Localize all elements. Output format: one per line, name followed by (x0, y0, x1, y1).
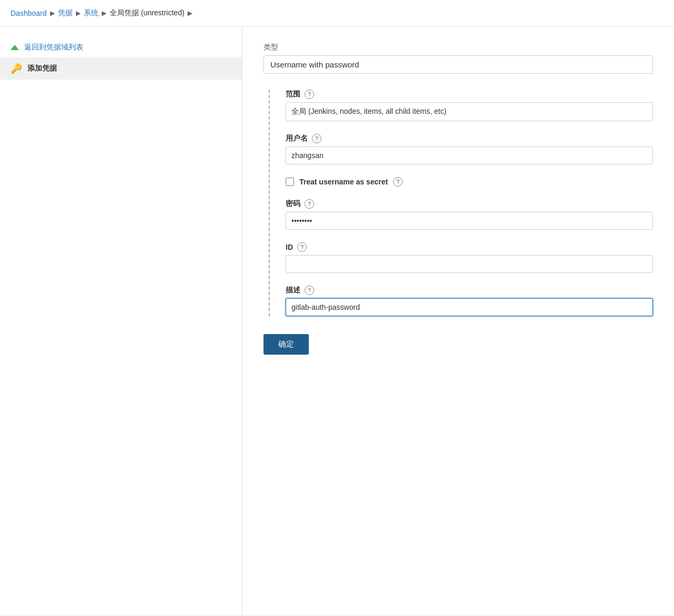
id-help-icon[interactable]: ? (297, 242, 307, 252)
username-label-row: 用户名 ? (286, 134, 653, 143)
breadcrumb-dashboard[interactable]: Dashboard (11, 9, 47, 17)
form-section: 范围 ? 全局 (Jenkins, nodes, items, all chil… (269, 90, 653, 316)
scope-value: 全局 (Jenkins, nodes, items, all child ite… (286, 102, 653, 121)
back-arrow-icon (11, 45, 19, 50)
breadcrumb-global: 全局凭据 (unrestricted) (110, 8, 184, 18)
type-select[interactable]: Username with password (263, 55, 653, 74)
description-label: 描述 (286, 286, 300, 295)
username-field-group: 用户名 ? (286, 134, 653, 164)
scope-label-row: 范围 ? (286, 90, 653, 99)
scope-field-group: 范围 ? 全局 (Jenkins, nodes, items, all chil… (286, 90, 653, 121)
id-label: ID (286, 243, 293, 251)
breadcrumb-sep-3: ▶ (102, 9, 106, 17)
type-field-group: 类型 Username with password (263, 43, 653, 74)
password-label-row: 密码 ? (286, 199, 653, 209)
username-input[interactable] (286, 146, 653, 164)
description-help-icon[interactable]: ? (305, 286, 314, 295)
scope-label: 范围 (286, 90, 300, 99)
key-icon: 🔑 (11, 63, 22, 74)
username-label: 用户名 (286, 134, 308, 143)
submit-button[interactable]: 确定 (263, 334, 309, 355)
sidebar-back[interactable]: 返回到凭据域列表 (0, 37, 242, 57)
treat-secret-help-icon[interactable]: ? (393, 177, 403, 187)
scope-help-icon[interactable]: ? (305, 90, 314, 99)
username-help-icon[interactable]: ? (312, 134, 321, 143)
breadcrumb-credentials[interactable]: 凭据 (58, 8, 73, 18)
password-field-group: 密码 ? (286, 199, 653, 230)
sidebar-add-label: 添加凭据 (27, 64, 57, 73)
main-content: 类型 Username with password 范围 ? 全局 (Jenki… (242, 27, 674, 615)
main-layout: 返回到凭据域列表 🔑 添加凭据 类型 Username with passwor… (0, 27, 674, 615)
breadcrumb-system[interactable]: 系统 (84, 8, 99, 18)
sidebar-add-credential[interactable]: 🔑 添加凭据 (0, 57, 242, 80)
password-input[interactable] (286, 212, 653, 230)
sidebar-back-label: 返回到凭据域列表 (24, 43, 83, 52)
type-label: 类型 (263, 43, 653, 52)
treat-secret-row: Treat username as secret ? (286, 177, 653, 187)
sidebar: 返回到凭据域列表 🔑 添加凭据 (0, 27, 242, 615)
breadcrumb-sep-2: ▶ (76, 9, 81, 17)
breadcrumb-sep-4: ▶ (188, 9, 192, 17)
id-label-row: ID ? (286, 242, 653, 252)
breadcrumb-sep-1: ▶ (50, 9, 55, 17)
password-label: 密码 (286, 199, 300, 209)
description-label-row: 描述 ? (286, 286, 653, 295)
id-field-group: ID ? (286, 242, 653, 273)
description-field-group: 描述 ? (286, 286, 653, 316)
treat-secret-label[interactable]: Treat username as secret (299, 178, 388, 186)
breadcrumb: Dashboard ▶ 凭据 ▶ 系统 ▶ 全局凭据 (unrestricted… (0, 0, 674, 27)
description-input[interactable] (286, 298, 653, 316)
id-input[interactable] (286, 255, 653, 273)
treat-secret-checkbox[interactable] (286, 178, 294, 186)
password-help-icon[interactable]: ? (305, 199, 314, 209)
type-value: Username with password (270, 60, 359, 69)
